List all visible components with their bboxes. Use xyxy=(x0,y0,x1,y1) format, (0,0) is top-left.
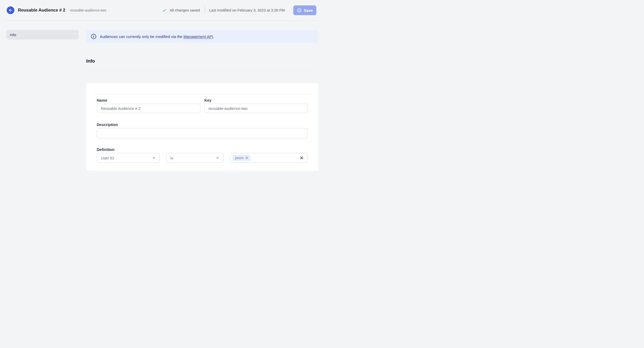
name-field: Name xyxy=(97,98,200,113)
save-button-label: Save xyxy=(304,8,313,13)
definition-operator-value: is xyxy=(170,156,173,160)
audience-form: Name Key Description Definition xyxy=(86,94,318,163)
definition-values-input[interactable]: jason xyxy=(230,153,308,163)
chevron-down-icon xyxy=(216,156,220,160)
definition-field: Definition User ID is xyxy=(97,147,308,163)
section-title: Info xyxy=(86,58,318,64)
page-subtitle: reusable-audience-two xyxy=(70,8,106,12)
circle-check-icon xyxy=(297,8,302,13)
section-divider xyxy=(86,70,318,71)
main-panel: Audiences can currently only be modified… xyxy=(86,30,318,171)
name-label: Name xyxy=(97,98,200,103)
banner-text: Audiences can currently only be modified… xyxy=(100,34,214,39)
info-card: Name Key Description Definition xyxy=(86,83,318,171)
name-key-row: Name Key xyxy=(97,98,308,113)
clear-values-button[interactable] xyxy=(299,156,304,160)
page-header: Reusable Audience # 2 reusable-audience-… xyxy=(0,0,322,21)
definition-field-value: User ID xyxy=(101,156,114,160)
value-tag-label: jason xyxy=(235,156,243,160)
banner-text-after: . xyxy=(213,34,214,39)
header-actions: All changes saved Last modified on Febru… xyxy=(162,5,316,15)
definition-operator-select[interactable]: is xyxy=(166,153,223,163)
info-banner: Audiences can currently only be modified… xyxy=(86,30,318,43)
save-button[interactable]: Save xyxy=(293,5,316,15)
arrow-left-icon xyxy=(8,8,13,13)
header-divider xyxy=(205,6,205,14)
save-status: All changes saved xyxy=(162,8,200,13)
definition-field-select[interactable]: User ID xyxy=(97,153,160,163)
remove-tag-button[interactable] xyxy=(245,156,248,159)
info-icon xyxy=(91,34,96,39)
key-input[interactable] xyxy=(204,104,308,113)
sidebar-item-info[interactable]: Info xyxy=(6,30,79,40)
definition-row: User ID is xyxy=(97,153,308,163)
key-field: Key xyxy=(204,98,308,113)
banner-text-before: Audiences can currently only be modified… xyxy=(100,34,183,39)
value-tag: jason xyxy=(232,155,251,161)
last-modified-text: Last modified on February 3, 2023 at 3:2… xyxy=(209,8,285,12)
content-area: Info Audiences can currently only be mod… xyxy=(0,21,322,171)
sidebar: Info xyxy=(6,30,79,40)
save-status-text: All changes saved xyxy=(170,8,200,12)
page-title: Reusable Audience # 2 xyxy=(18,8,65,13)
description-label: Description xyxy=(97,122,308,127)
check-icon xyxy=(162,8,167,13)
name-input[interactable] xyxy=(97,104,200,113)
key-label: Key xyxy=(204,98,308,103)
description-input[interactable] xyxy=(97,128,308,138)
description-field: Description xyxy=(97,122,308,138)
definition-label: Definition xyxy=(97,147,308,152)
management-api-link[interactable]: Management API xyxy=(183,34,213,39)
chevron-down-icon xyxy=(152,156,156,160)
back-button[interactable] xyxy=(7,6,14,14)
sidebar-item-label: Info xyxy=(10,33,16,37)
